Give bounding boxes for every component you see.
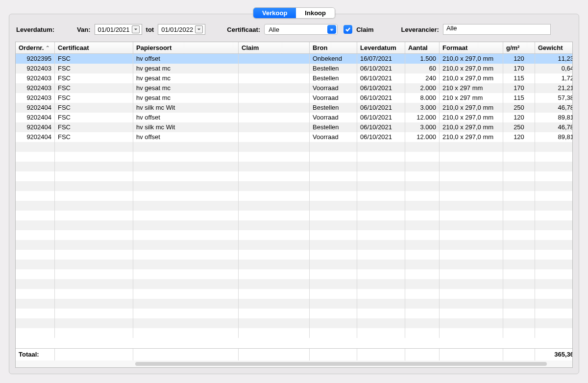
cell-formaat — [440, 191, 503, 201]
cell-claim — [239, 171, 310, 181]
table-row — [16, 220, 572, 230]
cell-papiersoort: hv offset — [133, 113, 239, 122]
cell-bron — [310, 289, 357, 299]
leverancier-input[interactable]: Alle — [443, 24, 551, 35]
cell-bron — [310, 240, 357, 250]
cell-certificaat — [55, 260, 133, 269]
cell-ordernr — [16, 191, 55, 201]
van-label: Van: — [77, 26, 90, 33]
table-row[interactable]: 9202395FSChv offsetOnbekend16/07/20211.5… — [16, 54, 572, 64]
cell-claim — [239, 162, 310, 171]
cell-aantal: 12.000 — [405, 132, 440, 142]
cell-bron: Onbekend — [310, 54, 357, 64]
cell-formaat — [440, 260, 503, 269]
certificaat-select[interactable]: Alle — [264, 24, 338, 35]
cell-claim — [239, 113, 310, 122]
cell-leverdatum — [357, 269, 405, 279]
table-row[interactable]: 9202403FSChv gesat mcVoorraad06/10/20218… — [16, 93, 572, 103]
cell-aantal — [405, 269, 440, 279]
cell-leverdatum — [357, 171, 405, 181]
cell-aantal: 60 — [405, 64, 440, 73]
van-date-input[interactable]: 01/01/2021 — [95, 24, 142, 35]
col-gewicht[interactable]: Gewicht — [535, 42, 573, 53]
col-leverdatum[interactable]: Leverdatum — [357, 42, 405, 53]
cell-bron — [310, 328, 357, 338]
cell-claim — [239, 54, 310, 64]
col-papiersoort[interactable]: Papiersoort — [133, 42, 239, 53]
cell-ordernr: 9202404 — [16, 122, 55, 132]
cell-gewicht: 21,21 — [535, 83, 572, 93]
tot-date-input[interactable]: 01/01/2022 — [158, 24, 205, 35]
cell-bron — [310, 279, 357, 289]
cell-gewicht — [535, 299, 572, 309]
cell-bron: Bestellen — [310, 64, 357, 73]
cell-certificaat: FSC — [55, 54, 133, 64]
cell-papiersoort: hv silk mc Wit — [133, 103, 239, 113]
cell-leverdatum: 06/10/2021 — [357, 83, 405, 93]
cell-gm2: 115 — [503, 93, 535, 103]
cell-gewicht — [535, 240, 572, 250]
cell-gewicht: 89,81 — [535, 113, 572, 122]
cell-aantal — [405, 299, 440, 309]
horizontal-scrollbar[interactable] — [16, 360, 572, 367]
col-gm2[interactable]: g/m² — [503, 42, 535, 53]
cell-claim — [239, 279, 310, 289]
table-row[interactable]: 9202404FSChv silk mc WitBestellen06/10/2… — [16, 103, 572, 113]
col-claim[interactable]: Claim — [239, 42, 310, 53]
cell-gewicht: 89,81 — [535, 132, 572, 142]
cell-gewicht — [535, 269, 572, 279]
col-bron[interactable]: Bron — [310, 42, 357, 53]
table-row — [16, 191, 572, 201]
table-body[interactable]: 9202395FSChv offsetOnbekend16/07/20211.5… — [16, 54, 572, 348]
cell-gewicht — [535, 142, 572, 152]
cell-certificaat: FSC — [55, 132, 133, 142]
cell-formaat — [440, 201, 503, 211]
table-row[interactable]: 9202403FSChv gesat mcBestellen06/10/2021… — [16, 73, 572, 83]
cell-gm2: 120 — [503, 113, 535, 122]
scrollbar-thumb[interactable] — [135, 362, 547, 366]
cell-gm2 — [503, 328, 535, 338]
cell-ordernr: 9202403 — [16, 83, 55, 93]
cell-claim — [239, 132, 310, 142]
table-row[interactable]: 9202403FSChv gesat mcVoorraad06/10/20212… — [16, 83, 572, 93]
col-certificaat[interactable]: Certificaat — [55, 42, 133, 53]
cell-aantal: 3.000 — [405, 103, 440, 113]
dropdown-icon[interactable] — [195, 25, 203, 33]
table-row[interactable]: 9202404FSChv offsetVoorraad06/10/202112.… — [16, 132, 572, 142]
table-row[interactable]: 9202403FSChv gesat mcBestellen06/10/2021… — [16, 64, 572, 73]
tab-verkoop[interactable]: Verkoop — [253, 8, 296, 18]
cell-bron — [310, 171, 357, 181]
cell-aantal — [405, 260, 440, 269]
cell-papiersoort — [133, 279, 239, 289]
col-ordernr[interactable]: Ordernr. ⌃ — [16, 42, 55, 53]
sort-asc-icon: ⌃ — [46, 45, 49, 50]
cell-papiersoort — [133, 240, 239, 250]
cell-bron — [310, 230, 357, 240]
tot-label: tot — [146, 26, 154, 33]
cell-gewicht — [535, 328, 572, 338]
cell-claim — [239, 201, 310, 211]
table-row[interactable]: 9202404FSChv offsetVoorraad06/10/202112.… — [16, 113, 572, 122]
cell-ordernr: 9202404 — [16, 113, 55, 122]
claim-checkbox[interactable] — [343, 25, 352, 34]
cell-ordernr: 9202395 — [16, 54, 55, 64]
cell-papiersoort: hv silk mc Wit — [133, 122, 239, 132]
dropdown-icon[interactable] — [132, 25, 140, 33]
table-row[interactable]: 9202404FSChv silk mc WitBestellen06/10/2… — [16, 122, 572, 132]
col-aantal[interactable]: Aantal — [405, 42, 440, 53]
cell-gm2 — [503, 260, 535, 269]
cell-leverdatum — [357, 181, 405, 191]
cell-claim — [239, 181, 310, 191]
cell-claim — [239, 250, 310, 260]
cell-certificaat — [55, 299, 133, 309]
cell-formaat — [440, 162, 503, 171]
cell-gewicht: 1,72 — [535, 73, 572, 83]
col-formaat[interactable]: Formaat — [440, 42, 503, 53]
cell-formaat — [440, 240, 503, 250]
cell-ordernr — [16, 230, 55, 240]
cell-bron: Voorraad — [310, 83, 357, 93]
tab-inkoop[interactable]: Inkoop — [296, 8, 335, 18]
cell-papiersoort: hv gesat mc — [133, 93, 239, 103]
cell-bron — [310, 211, 357, 220]
cell-gm2 — [503, 240, 535, 250]
